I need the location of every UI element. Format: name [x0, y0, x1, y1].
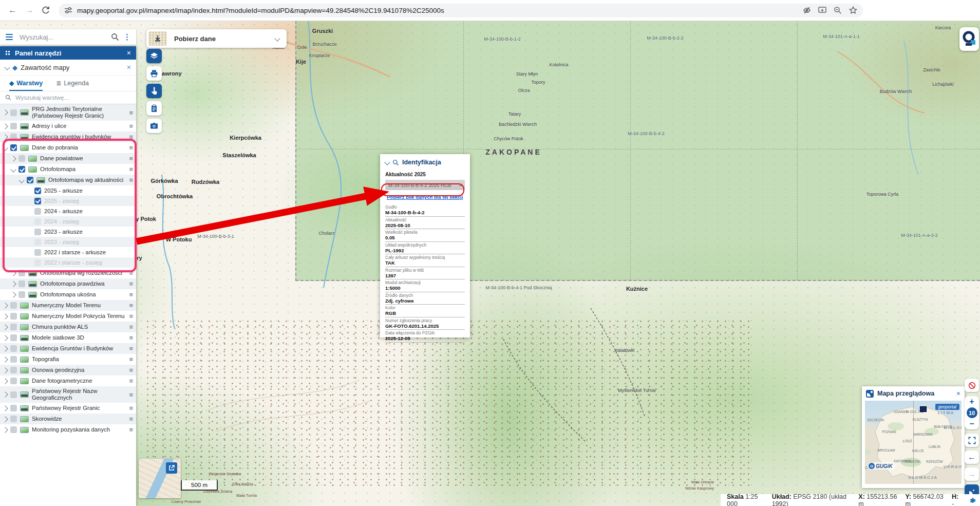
layer-tree-row[interactable]: Numeryczny Model Terenu≡: [0, 300, 136, 311]
tree-expander-icon[interactable]: [2, 109, 8, 115]
panel-header[interactable]: Panel narzędzi ×: [0, 46, 136, 60]
layer-menu-icon[interactable]: ≡: [129, 415, 133, 423]
layer-menu-icon[interactable]: ≡: [129, 366, 133, 374]
layer-tree-row[interactable]: Osnowa geodezyjna≡: [0, 365, 136, 376]
layer-checkbox[interactable]: [34, 259, 41, 266]
layer-menu-icon[interactable]: ≡: [129, 155, 133, 162]
layer-checkbox[interactable]: [10, 416, 17, 422]
tab-legend[interactable]: ≣ Legenda: [56, 76, 89, 91]
layer-menu-icon[interactable]: ≡: [129, 323, 133, 331]
bookmark-star-icon[interactable]: [849, 6, 858, 15]
panel-close-icon[interactable]: ×: [127, 49, 131, 57]
layer-menu-icon[interactable]: ≡: [129, 345, 133, 352]
layer-menu-icon[interactable]: ≡: [129, 144, 133, 152]
layer-tree-row[interactable]: 2022 i starsze - arkusze: [0, 247, 136, 257]
search-input[interactable]: [18, 33, 111, 42]
layer-tree-row[interactable]: Adresy i ulice≡: [0, 121, 136, 132]
eye-off-icon[interactable]: [802, 6, 812, 15]
clipboard-tool-button[interactable]: [146, 101, 162, 116]
layer-checkbox[interactable]: [18, 166, 25, 173]
tree-expander-icon[interactable]: [2, 367, 8, 373]
download-section-link[interactable]: Pobierz plik danych dla tej sekcji: [385, 194, 463, 200]
zoom-out-icon[interactable]: [833, 6, 842, 15]
layers-tool-button[interactable]: [146, 49, 162, 63]
tree-expander-icon[interactable]: [2, 145, 8, 151]
geoportal-logo-button[interactable]: [959, 27, 979, 51]
zoom-out-button[interactable]: −: [969, 419, 974, 428]
layer-checkbox[interactable]: [10, 345, 17, 352]
tree-expander-icon[interactable]: [2, 346, 8, 351]
layer-tree-row[interactable]: Ewidencja gruntów i budynków≡: [0, 132, 136, 142]
identify-popup-header[interactable]: Identyfikacja: [385, 157, 465, 167]
layer-checkbox[interactable]: [34, 188, 41, 194]
layer-tree-row[interactable]: Topografia≡: [0, 354, 136, 365]
tree-expander-icon[interactable]: [2, 416, 8, 422]
disable-selection-button[interactable]: [965, 379, 979, 392]
layer-menu-icon[interactable]: ≡: [129, 426, 133, 434]
chevron-down-icon[interactable]: [384, 159, 390, 165]
layer-checkbox[interactable]: [10, 405, 17, 411]
layer-menu-icon[interactable]: ≡: [129, 122, 133, 130]
layer-menu-icon[interactable]: ≡: [129, 302, 133, 309]
layer-tree-row[interactable]: 2023 - zasięg: [0, 237, 136, 247]
tree-expander-icon[interactable]: [2, 357, 8, 362]
layer-checkbox[interactable]: [34, 249, 41, 256]
browser-forward-icon[interactable]: →: [25, 5, 34, 15]
layer-checkbox[interactable]: [10, 144, 17, 151]
tab-layers[interactable]: ◆ Warstwy: [9, 76, 43, 91]
tree-expander-icon[interactable]: [2, 378, 8, 384]
layer-checkbox[interactable]: [18, 280, 25, 287]
screen-download-icon[interactable]: [818, 6, 827, 15]
basemap-switcher-thumbnail[interactable]: [139, 459, 181, 498]
fullscreen-button[interactable]: [965, 434, 979, 447]
tree-expander-icon[interactable]: [2, 405, 8, 411]
layer-menu-icon[interactable]: ≡: [129, 291, 133, 298]
tree-expander-icon[interactable]: [2, 313, 8, 319]
layer-tree-row[interactable]: Dane do pobrania≡: [0, 142, 136, 153]
tree-expander-icon[interactable]: [2, 427, 8, 433]
map-content-section[interactable]: ◆ Zawartość mapy ×: [0, 60, 136, 76]
layer-tree-row[interactable]: 2022 i starsze - zasięg: [0, 257, 136, 268]
layer-tree-row[interactable]: Numeryczny Model Pokrycia Terenu≡: [0, 311, 136, 322]
layer-tree-row[interactable]: Skorowidze≡: [0, 414, 136, 424]
tree-expander-icon[interactable]: [10, 156, 16, 161]
layer-checkbox[interactable]: [10, 134, 17, 140]
layer-tree-row[interactable]: 2025 - zasięg: [0, 196, 136, 206]
tree-expander-icon[interactable]: [18, 177, 24, 183]
open-basemap-icon[interactable]: [166, 462, 177, 474]
layer-menu-icon[interactable]: ≡: [129, 269, 133, 277]
layer-menu-icon[interactable]: ≡: [129, 391, 133, 399]
layer-tree-row[interactable]: Ortofotomapa wg aktualności≡: [0, 175, 136, 185]
layer-menu-icon[interactable]: ≡: [129, 176, 133, 184]
layer-menu-icon[interactable]: ≡: [129, 109, 133, 117]
layer-tree-row[interactable]: Ortofotomapa≡: [0, 164, 136, 175]
tree-expander-icon[interactable]: [2, 335, 8, 341]
url-text[interactable]: mapy.geoportal.gov.pl/imapnext/imap/inde…: [77, 7, 796, 14]
layer-checkbox[interactable]: [34, 229, 41, 235]
layer-checkbox[interactable]: [18, 291, 25, 298]
layer-menu-icon[interactable]: ≡: [129, 404, 133, 412]
tree-expander-icon[interactable]: [2, 134, 8, 140]
layer-tree-row[interactable]: Dane powiatowe≡: [0, 153, 136, 164]
screenshot-tool-button[interactable]: [146, 119, 162, 133]
tree-expander-icon[interactable]: [10, 166, 16, 172]
chevron-down-icon[interactable]: [4, 64, 10, 70]
layer-tree-row[interactable]: Państwowy Rejestr Granic≡: [0, 403, 136, 414]
layer-checkbox[interactable]: [10, 426, 17, 433]
collapse-minus-icon[interactable]: –: [459, 182, 462, 188]
overflow-menu-icon[interactable]: ⋮: [123, 32, 131, 42]
layer-checkbox[interactable]: [10, 313, 17, 320]
layer-checkbox[interactable]: [18, 270, 25, 276]
layer-checkbox[interactable]: [10, 367, 17, 373]
tree-expander-icon[interactable]: [2, 324, 8, 330]
layer-checkbox[interactable]: [10, 378, 17, 384]
layer-checkbox[interactable]: [10, 324, 17, 330]
layer-checkbox[interactable]: [27, 177, 33, 183]
section-close-icon[interactable]: ×: [127, 63, 131, 71]
identify-tool-button[interactable]: [146, 84, 162, 98]
tree-expander-icon[interactable]: [10, 270, 16, 276]
overview-close-icon[interactable]: ×: [956, 389, 960, 398]
site-settings-icon[interactable]: [64, 6, 73, 15]
layer-menu-icon[interactable]: ≡: [129, 280, 133, 288]
layer-tree-row[interactable]: Ortofotomapa wg rozdzielczości≡: [0, 268, 136, 278]
